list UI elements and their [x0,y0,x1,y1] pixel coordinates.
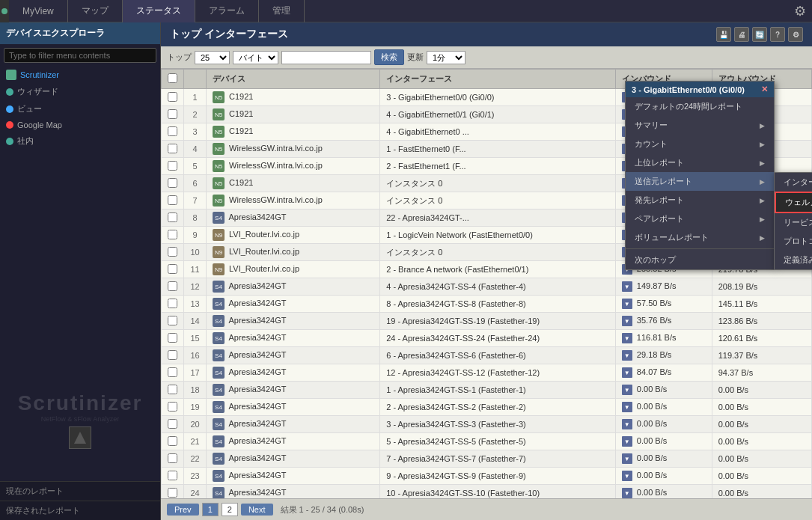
row-inbound: ▼ 57.50 B/s [615,296,712,313]
inbound-filter-icon[interactable]: ▼ [622,333,632,343]
context-menu-close-button[interactable]: ✕ [761,85,768,94]
row-checkbox[interactable] [168,230,177,239]
inbound-filter-icon[interactable]: ▼ [622,299,632,309]
inbound-filter-icon[interactable]: ▼ [622,436,632,447]
inbound-filter-icon[interactable]: ▼ [622,402,632,412]
top-nav: MyView マップ ステータス アラーム 管理 ⚙ [0,0,812,22]
sub-item-interface[interactable]: インターフェース [775,173,812,192]
row-checkbox[interactable] [168,488,177,498]
export-icon[interactable]: 💾 [716,27,731,42]
context-menu-item-default[interactable]: デフォルトの24時間レポート [626,97,774,116]
inbound-filter-icon[interactable]: ▼ [622,350,632,361]
sidebar-item-shanai[interactable]: 社内 [0,132,160,150]
sidebar-item-view[interactable]: ビュー [0,100,160,117]
context-menu-item-pair[interactable]: ペアレポート [626,209,774,228]
sidebar-item-scrutinizer[interactable]: Scrutinizer [0,67,160,83]
sidebar-search-input[interactable] [4,48,156,63]
inbound-filter-icon[interactable]: ▼ [622,419,632,429]
sidebar: デバイスエクスプローラ Scrutinizer ウィザード ビュー Google… [0,22,161,520]
row-checkbox[interactable] [168,195,177,205]
search-button[interactable]: 検索 [374,49,404,65]
row-outbound: 119.37 B/s [712,347,811,364]
page-info: 結果 1 - 25 / 34 (0.08s) [281,504,364,516]
refresh-select[interactable]: 1分30秒5分10分 [427,51,465,64]
row-checkbox[interactable] [168,316,177,325]
col-interface: インターフェース [380,70,616,89]
sidebar-item-googlemap[interactable]: Google Map [0,117,160,132]
sub-item-app[interactable]: プロトコル [775,232,812,251]
row-checkbox[interactable] [168,178,177,188]
row-checkbox[interactable] [168,92,177,102]
row-checkbox[interactable] [168,212,177,222]
inbound-filter-icon[interactable]: ▼ [622,471,632,481]
context-menu-item-source[interactable]: 送信元レポート インターフェース ウェルノウン ポート リービスのタイプ プロト… [626,172,774,191]
page-1-button[interactable]: 1 [202,503,219,516]
search-input[interactable] [281,51,371,64]
row-checkbox[interactable] [168,109,177,119]
settings-icon[interactable]: ⚙ [794,4,806,19]
tab-myview[interactable]: MyView [9,0,68,22]
tab-status[interactable]: ステータス [123,0,195,22]
device-type-icon: S4 [213,418,225,430]
unit-select[interactable]: バイトビット [233,51,278,64]
sidebar-bottom: 現在のレポート 保存されたレポート [0,481,160,520]
row-checkbox[interactable] [168,453,177,463]
inbound-filter-icon[interactable]: ▼ [622,385,632,395]
row-checkbox[interactable] [168,281,177,291]
row-checkbox[interactable] [168,436,177,446]
row-checkbox-cell [162,278,184,296]
sub-item-wellknown[interactable]: ウェルノウン ポート [775,192,812,213]
context-menu-item-count[interactable]: カウント [626,135,774,153]
sidebar-item-wizard[interactable]: ウィザード [0,83,160,100]
row-outbound: 0.00 B/s [712,433,811,450]
inbound-filter-icon[interactable]: ▼ [622,453,632,464]
tab-map[interactable]: マップ [68,0,123,22]
row-checkbox[interactable] [168,247,177,257]
context-menu-item-volume[interactable]: ボリュームレポート [626,228,774,247]
row-interface: 2 - Apresia3424GT-SS-2 (Fastether-2) [380,399,616,416]
sidebar-item-label: Google Map [17,120,62,129]
row-checkbox[interactable] [168,333,177,343]
refresh-icon[interactable]: 🔄 [752,27,767,42]
tab-alarm[interactable]: アラーム [195,0,259,22]
prev-button[interactable]: Prev [167,504,199,516]
inbound-filter-icon[interactable]: ▼ [622,316,632,326]
settings-icon[interactable]: ⚙ [788,27,803,42]
page-2-button[interactable]: 2 [222,503,238,516]
context-menu-item-nexthop[interactable]: 次のホップ [626,251,774,269]
next-button[interactable]: Next [241,504,273,516]
row-number: 1 [184,89,207,106]
row-checkbox[interactable] [168,471,177,480]
sub-item-defined-app[interactable]: 定義済みアプリケーション [775,251,812,269]
row-checkbox[interactable] [168,350,177,360]
row-outbound: 0.00 B/s [712,485,811,499]
current-reports-link[interactable]: 現在のレポート [0,481,160,501]
row-checkbox-cell [162,450,184,468]
row-checkbox[interactable] [168,402,177,412]
select-all-checkbox[interactable] [168,73,177,83]
row-checkbox[interactable] [168,144,177,153]
tab-admin[interactable]: 管理 [259,0,305,22]
context-menu-item-top[interactable]: 上位レポート [626,153,774,172]
print-icon[interactable]: 🖨 [734,27,749,42]
row-checkbox[interactable] [168,161,177,171]
row-checkbox[interactable] [168,299,177,308]
row-checkbox-cell [162,330,184,347]
context-menu-item-dest[interactable]: 発先レポート [626,191,774,209]
row-interface: 3 - Apresia3424GT-SS-3 (Fastether-3) [380,416,616,433]
context-menu-item-summary[interactable]: サマリー [626,116,774,135]
row-checkbox[interactable] [168,385,177,394]
inbound-filter-icon[interactable]: ▼ [622,281,632,292]
row-checkbox[interactable] [168,126,177,136]
row-checkbox[interactable] [168,264,177,274]
row-checkbox[interactable] [168,419,177,429]
inbound-filter-icon[interactable]: ▼ [622,488,632,498]
inbound-filter-icon[interactable]: ▼ [622,367,632,378]
saved-reports-link[interactable]: 保存されたレポート [0,501,160,520]
help-icon[interactable]: ? [770,27,785,42]
sub-item-protocol[interactable]: リービスのタイプ [775,213,812,232]
top-select[interactable]: 251050100 [195,51,230,64]
row-checkbox[interactable] [168,367,177,377]
context-item-label: 上位レポート [635,157,684,168]
device-type-icon: S4 [213,367,225,379]
